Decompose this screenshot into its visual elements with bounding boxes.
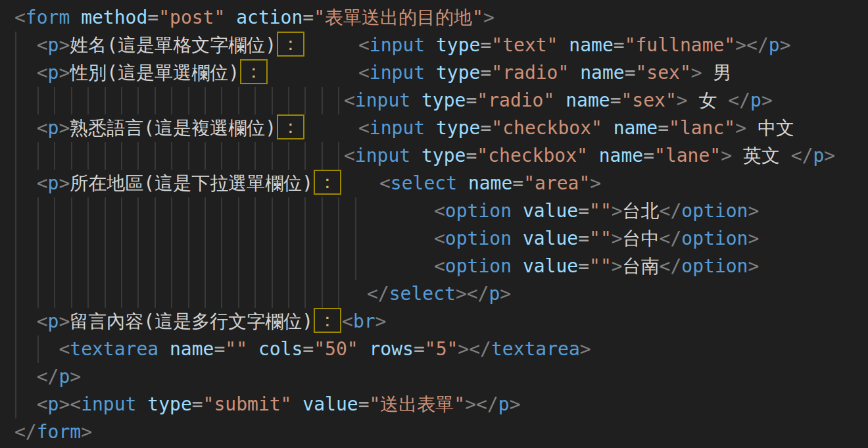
indent-guides: [37, 142, 339, 170]
text-token: 台中: [623, 228, 660, 249]
code-line[interactable]: </form>: [0, 418, 868, 446]
punctuation-token: </: [660, 200, 682, 222]
indent-guide: [15, 59, 16, 87]
punctuation-token: <: [379, 172, 391, 194]
tag-token: form: [37, 421, 81, 443]
punctuation-token: >: [780, 34, 791, 56]
string-token: "lanc": [669, 117, 735, 139]
tag-token: option: [445, 200, 512, 222]
tag-token: textarea: [70, 338, 158, 360]
punctuation-token: >: [70, 366, 81, 387]
tag-token: p: [48, 393, 59, 415]
punctuation-token: [14, 338, 59, 360]
code-line[interactable]: <input type="radio" name="sex"> 女 </p>: [0, 87, 868, 114]
code-line[interactable]: <form method="post" action="表單送出的目的地">: [0, 4, 868, 32]
code-line[interactable]: <p>留言內容(這是多行文字欄位)：<br>: [0, 308, 868, 336]
punctuation-token: </: [660, 255, 682, 277]
code-line[interactable]: <p>性別(這是單選欄位)：<input type="radio" name="…: [0, 59, 868, 87]
code-segment: <p>姓名(這是單格文字欄位)：: [14, 34, 305, 56]
code-segment: <input type="checkbox" name="lane"> 英文 <…: [344, 142, 835, 170]
punctuation-token: =: [302, 338, 314, 360]
code-line[interactable]: <p>熟悉語言(這是複選欄位)：<input type="checkbox" n…: [0, 114, 868, 142]
attribute-token: cols: [258, 338, 302, 360]
tag-token: input: [370, 62, 425, 84]
string-token: "radio": [491, 62, 569, 84]
attribute-token: type: [436, 62, 480, 84]
tag-token: p: [48, 62, 59, 84]
attribute-token: name: [566, 89, 610, 111]
tag-token: input: [355, 145, 410, 166]
punctuation-token: <: [37, 393, 48, 415]
attribute-token: name: [599, 145, 643, 166]
string-token: "post": [158, 7, 225, 28]
punctuation-token: </: [37, 366, 59, 387]
punctuation-token: [558, 34, 569, 56]
tag-token: p: [59, 366, 70, 387]
attribute-token: name: [614, 117, 658, 139]
attribute-token: value: [523, 200, 578, 222]
code-line[interactable]: </select></p>: [0, 280, 868, 308]
code-line[interactable]: <p>姓名(這是單格文字欄位)：<input type="text" name=…: [0, 32, 868, 59]
punctuation-token: >: [465, 393, 476, 415]
tag-token: p: [48, 117, 59, 139]
punctuation-token: [410, 89, 422, 111]
punctuation-token: [457, 172, 468, 194]
punctuation-token: </: [367, 283, 389, 305]
punctuation-token: [425, 34, 436, 56]
indent-guide: [15, 391, 16, 418]
punctuation-token: =: [643, 145, 654, 166]
attribute-token: value: [302, 393, 358, 415]
code-segment: <option value="">台中</option>: [434, 225, 759, 253]
code-line[interactable]: <p><input type="submit" value="送出表單"></p…: [0, 391, 868, 418]
punctuation-token: [14, 62, 37, 84]
punctuation-token: <: [37, 62, 48, 84]
punctuation-token: [247, 338, 258, 360]
punctuation-token: <: [59, 338, 70, 360]
code-line[interactable]: </p>: [0, 363, 868, 391]
punctuation-token: <: [434, 200, 445, 222]
punctuation-token: [14, 311, 37, 332]
code-editor[interactable]: <form method="post" action="表單送出的目的地"> <…: [0, 0, 868, 448]
code-segment: </select></p>: [367, 280, 511, 308]
code-segment: <p><input type="submit" value="送出表單"></p…: [14, 393, 521, 415]
punctuation-token: >: [500, 283, 511, 305]
attribute-token: type: [436, 117, 480, 139]
indent-guide: [15, 253, 16, 280]
string-token: "lane": [654, 145, 721, 166]
tag-token: input: [370, 117, 425, 139]
punctuation-token: <: [358, 117, 370, 139]
code-line[interactable]: <option value="">台中</option>: [0, 225, 868, 253]
string-token: "": [589, 255, 612, 277]
code-line[interactable]: <option value="">台南</option>: [0, 253, 868, 280]
indent-guide: [15, 32, 16, 59]
code-line[interactable]: <input type="checkbox" name="lane"> 英文 <…: [0, 142, 868, 170]
string-token: "50": [314, 338, 358, 360]
tag-token: input: [81, 393, 136, 415]
code-segment: <p>熟悉語言(這是複選欄位)：: [14, 117, 305, 139]
punctuation-token: >: [59, 311, 70, 332]
code-line[interactable]: <p>所在地區(這是下拉選單欄位)：<select name="area">: [0, 170, 868, 197]
indent-guide: [37, 336, 39, 363]
tag-token: p: [750, 89, 761, 111]
attribute-token: value: [523, 255, 578, 277]
code-segment: <option value="">台南</option>: [434, 253, 759, 280]
text-token: 性別(這是單選欄位): [70, 62, 239, 84]
unicode-highlight-colon: ：: [277, 32, 304, 57]
punctuation-token: >: [612, 228, 623, 249]
punctuation-token: >: [458, 338, 469, 360]
punctuation-token: >: [580, 338, 591, 360]
punctuation-token: [410, 145, 422, 166]
text-token: 台南: [623, 255, 660, 277]
punctuation-token: =: [578, 255, 589, 277]
code-line[interactable]: <textarea name="" cols="50" rows="5"></t…: [0, 336, 868, 363]
text-token: 熟悉語言(這是複選欄位): [70, 117, 276, 139]
tag-token: option: [681, 228, 748, 249]
text-token: 台北: [623, 200, 660, 222]
punctuation-token: <: [344, 145, 355, 166]
punctuation-token: </: [467, 283, 489, 305]
punctuation-token: [14, 117, 37, 139]
indent-guides: [37, 225, 361, 253]
code-line[interactable]: <option value="">台北</option>: [0, 197, 868, 225]
string-token: "checkbox": [477, 145, 588, 166]
tag-token: select: [391, 172, 457, 194]
